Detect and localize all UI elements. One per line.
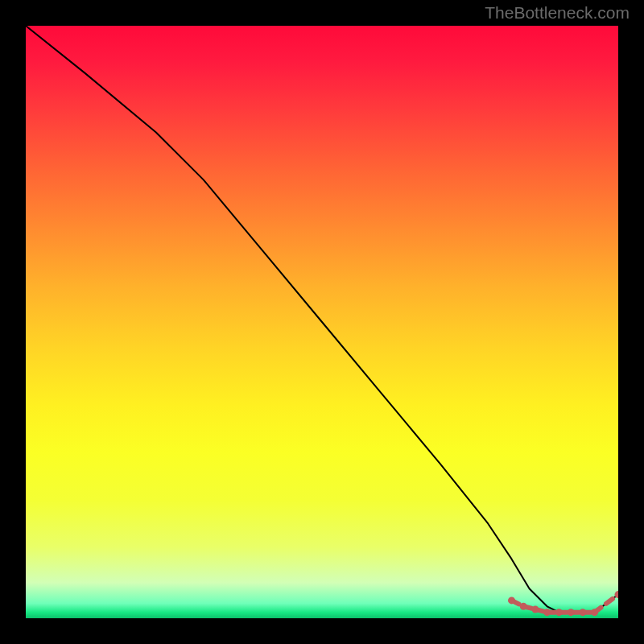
marker-band-group: [508, 591, 618, 616]
marker-dot: [531, 605, 539, 613]
watermark-text: TheBottleneck.com: [485, 3, 630, 23]
marker-dot: [591, 609, 598, 616]
chart-overlay: [26, 26, 618, 618]
marker-dot: [520, 603, 527, 610]
marker-dot: [568, 609, 575, 616]
marker-dot: [555, 609, 563, 616]
marker-dot: [579, 609, 586, 616]
bottleneck-curve-line: [26, 26, 618, 613]
marker-dot: [543, 609, 551, 616]
marker-dot: [508, 597, 515, 604]
